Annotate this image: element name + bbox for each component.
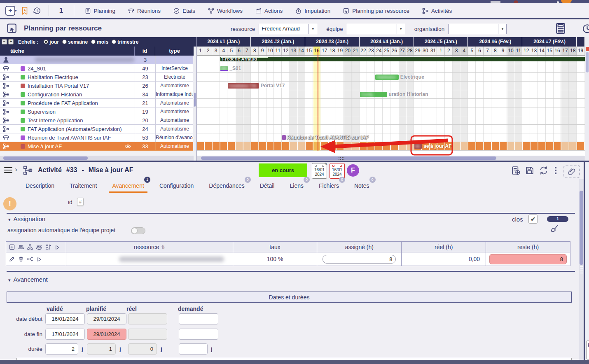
toolbar-item-planning-par-ressource[interactable]: Planning par ressource bbox=[343, 7, 409, 14]
gantt-bar-electrique[interactable]: Hablitation bbox=[375, 75, 399, 80]
gantt-bar-portal-v17[interactable]: Installation TIA bbox=[228, 83, 259, 89]
toolbar-item-activites[interactable]: Activités bbox=[422, 7, 452, 14]
chevron-right-icon[interactable]: › bbox=[15, 166, 17, 174]
date-fin-demande[interactable] bbox=[179, 329, 218, 340]
plus-icon[interactable]: + bbox=[5, 6, 15, 16]
toolbar-item-reunions[interactable]: Réunions bbox=[128, 7, 161, 14]
duree-demande[interactable] bbox=[179, 343, 208, 355]
play-icon[interactable] bbox=[36, 256, 42, 262]
header-ressource[interactable]: ressource⇅ bbox=[66, 242, 233, 252]
assigne-input[interactable] bbox=[323, 255, 396, 264]
avatar[interactable]: F bbox=[347, 164, 359, 177]
add-note-icon[interactable] bbox=[511, 166, 521, 175]
clos-checkbox[interactable]: ✔ bbox=[528, 215, 538, 224]
task-table-vscrollbar[interactable] bbox=[193, 56, 196, 151]
scale-radio-semaine[interactable] bbox=[62, 40, 67, 44]
gantt-bar-se-a-jour-af[interactable]: Mi bbox=[414, 144, 422, 149]
task-row-mise-a-jour-af[interactable]: Mise à jour AF33Automatisme bbox=[0, 142, 194, 151]
splitter-handle-icon[interactable] bbox=[339, 157, 339, 158]
chevron-down-icon[interactable]: ▾ bbox=[15, 9, 17, 13]
duree-valide[interactable] bbox=[45, 343, 78, 355]
bookmark-icon[interactable] bbox=[20, 6, 29, 15]
splitter-handle-icon[interactable] bbox=[580, 266, 583, 275]
date-debut-demande[interactable] bbox=[179, 313, 218, 324]
date-fin-valide[interactable] bbox=[45, 329, 85, 340]
toolbar-item-workflows[interactable]: Workflows bbox=[208, 7, 243, 14]
gantt-bar-summary[interactable]: Frédéric Arnaud bbox=[220, 57, 585, 61]
filter-select-ressource[interactable]: Frédéric Arnaud▾ bbox=[259, 24, 317, 34]
date-debut-reel[interactable] bbox=[128, 313, 167, 324]
dropdown-arrow-icon[interactable]: ▾ bbox=[309, 24, 317, 34]
delete-icon[interactable] bbox=[18, 256, 24, 262]
toolbar-item-imputation[interactable]: Imputation bbox=[295, 7, 330, 14]
task-row-reunion-de-travil-avantis-sur-laf[interactable]: Réunion de Travil AVANTIS sur lAF53Réuni… bbox=[0, 133, 194, 142]
group-icon[interactable] bbox=[36, 244, 42, 250]
task-row-redacted[interactable]: 3 bbox=[0, 56, 194, 64]
task-row-hablitation-electrique[interactable]: Hablitation Electrique23Electricité bbox=[0, 73, 194, 82]
date-chip-planned[interactable]: ✎ 16/012024 bbox=[312, 163, 327, 179]
history-icon[interactable] bbox=[33, 6, 42, 15]
play-icon[interactable] bbox=[54, 244, 60, 250]
gantt-bar-uration-historian[interactable]: Config bbox=[360, 92, 387, 97]
scale-radio-jour[interactable] bbox=[44, 40, 48, 44]
save-icon[interactable] bbox=[525, 166, 535, 175]
tab-fichiers[interactable]: Fichiers0 bbox=[319, 181, 339, 191]
expand-button[interactable]: + bbox=[8, 39, 14, 44]
date-fin-reel[interactable] bbox=[128, 329, 167, 340]
scale-radio-trimestre[interactable] bbox=[112, 40, 116, 44]
people-icon[interactable] bbox=[18, 244, 24, 250]
add-button[interactable]: + ▾ bbox=[5, 6, 17, 16]
date-debut-valide[interactable] bbox=[45, 313, 85, 324]
tab-liens[interactable]: Liens0 bbox=[290, 181, 303, 191]
avancement-section-header[interactable]: ▾Avancement bbox=[8, 276, 48, 283]
reassign-icon[interactable] bbox=[27, 256, 33, 262]
tab-traitement[interactable]: Traitement bbox=[70, 181, 97, 191]
tab-notes[interactable]: Notes0 bbox=[354, 181, 369, 191]
id-field[interactable]: # bbox=[77, 198, 84, 206]
date-fin-planifie[interactable] bbox=[87, 329, 126, 340]
task-row-procedure-de-fat-application[interactable]: Procédure de FAT Application21Automatism… bbox=[0, 99, 194, 107]
toolbar-item-planning[interactable]: Planning bbox=[84, 7, 116, 14]
collapse-button[interactable]: − bbox=[2, 39, 7, 44]
task-table-hscrollbar[interactable] bbox=[0, 156, 194, 161]
dropdown-arrow-icon[interactable]: ▾ bbox=[498, 24, 507, 34]
tab-dependances[interactable]: Dépendances0 bbox=[209, 181, 244, 191]
chart-hscrollbar[interactable] bbox=[197, 156, 585, 161]
toolbar-item-actions[interactable]: Actions bbox=[255, 7, 283, 14]
reste-input[interactable] bbox=[489, 254, 567, 264]
date-debut-planifie[interactable] bbox=[87, 313, 126, 324]
task-row-24-s01[interactable]: 24_S0149InterService bbox=[0, 64, 194, 73]
edit-icon[interactable] bbox=[9, 256, 15, 262]
tab-description[interactable]: Description bbox=[26, 181, 54, 191]
more-options-icon[interactable] bbox=[555, 167, 557, 175]
sitemap-icon[interactable] bbox=[27, 244, 33, 250]
add-icon[interactable] bbox=[9, 244, 15, 250]
gantt-milestone[interactable] bbox=[282, 135, 286, 140]
scale-radio-mois[interactable] bbox=[91, 40, 96, 44]
tab-avancement[interactable]: Avancement1 bbox=[112, 181, 144, 191]
person-flag-icon[interactable] bbox=[45, 244, 51, 250]
tab-detail[interactable]: Détail bbox=[260, 181, 275, 191]
duree-reel[interactable] bbox=[128, 343, 157, 355]
auto-assign-toggle[interactable] bbox=[131, 227, 145, 234]
task-row-fat-application-automate-supervision[interactable]: FAT Application (Automate/Supervision)24… bbox=[0, 125, 194, 133]
gantt-bar-s01[interactable]: 24 bbox=[220, 66, 228, 71]
assignation-section-header[interactable]: ▾Assignation bbox=[8, 215, 45, 222]
menu-icon[interactable] bbox=[4, 167, 12, 175]
eye-icon[interactable] bbox=[124, 143, 131, 150]
calculator-icon[interactable] bbox=[554, 22, 567, 35]
duree-planifie[interactable] bbox=[87, 343, 116, 355]
clock-plus-icon[interactable] bbox=[582, 22, 589, 35]
dropdown-arrow-icon[interactable]: ▾ bbox=[397, 24, 405, 34]
task-row-test-interne-application[interactable]: Test Interne Application20Automatisme bbox=[0, 116, 194, 125]
broom-icon[interactable] bbox=[549, 224, 560, 234]
task-row-configuration-historian[interactable]: Configuration Historian34Informatique In… bbox=[0, 90, 194, 99]
filter-select-organisation[interactable]: ▾ bbox=[448, 24, 507, 34]
task-row-supervision[interactable]: Supervision19Automatisme bbox=[0, 107, 194, 116]
filter-select-equipe[interactable]: ▾ bbox=[347, 24, 405, 34]
attachment-button[interactable] bbox=[563, 165, 580, 178]
tab-configuration[interactable]: Configuration bbox=[159, 181, 194, 191]
chart-vscrollbar[interactable] bbox=[585, 37, 589, 161]
task-row-installation-tia-portal-v17[interactable]: Installation TIA Portal V1726Automatisme bbox=[0, 82, 194, 90]
toolbar-item-etats[interactable]: Etats bbox=[173, 7, 195, 14]
